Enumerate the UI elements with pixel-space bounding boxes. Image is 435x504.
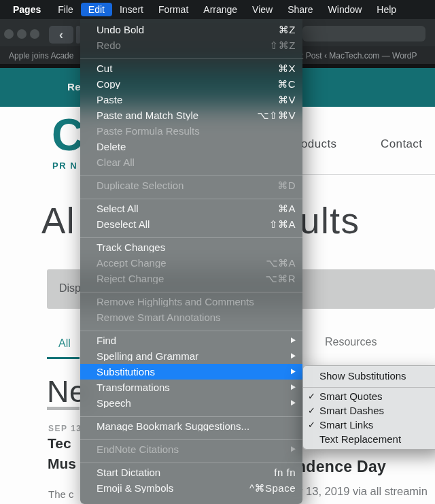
menubar-item-insert[interactable]: Insert — [112, 3, 151, 16]
window-zoom-button[interactable] — [30, 29, 39, 39]
submenu-arrow-icon: ▶ — [291, 368, 296, 375]
nav-link-products[interactable]: oducts — [301, 137, 337, 151]
submenu-item-label: Smart Quotes — [319, 391, 383, 401]
browser-tab-left[interactable]: Apple joins Acade — [9, 51, 84, 61]
menu-item-manage-bookmark-suggestions[interactable]: Manage Bookmark Suggestions... ▶ — [80, 418, 302, 434]
menubar-item-arrange[interactable]: Arrange — [196, 3, 245, 16]
submenu-item-smart-dashes[interactable]: ✓ Smart Dashes — [303, 403, 435, 418]
menu-item-deselect-all[interactable]: Deselect All ⇧⌘A ▶ — [80, 216, 302, 232]
menu-item-paste[interactable]: Paste ⌘V ▶ — [80, 92, 302, 107]
menu-item-label: Transformations — [97, 382, 276, 392]
page-title-left-fragment: Al — [41, 203, 75, 239]
submenu-item-label: Smart Dashes — [319, 405, 384, 416]
menu-item-label: Spelling and Grammar — [97, 351, 276, 361]
article-date: SEP 13 — [48, 424, 82, 433]
window-minimize-button[interactable] — [17, 29, 27, 39]
menu-item-label: Deselect All — [97, 219, 261, 229]
menu-item-paste-formula-results: Paste Formula Results ▶ — [80, 123, 302, 139]
article-title-line1[interactable]: Tec — [48, 435, 71, 452]
nav-link-contact[interactable]: Contact — [381, 137, 422, 151]
menu-item-shortcut: ⌘Z — [279, 24, 296, 35]
menubar-item-file[interactable]: File — [50, 3, 81, 16]
menu-item-accept-change: Accept Change ⌥⌘A ▶ — [80, 255, 302, 271]
substitutions-submenu: ✓ Show Substitutions ✓ ✓ Smart Quotes ✓ … — [302, 365, 435, 450]
menu-item-label: Accept Change — [97, 258, 258, 268]
menu-separator: ▶ — [80, 434, 302, 441]
menu-separator: ▶ — [80, 193, 302, 201]
menu-item-label: Substitutions — [97, 367, 276, 377]
tab-resources[interactable]: Resources — [325, 336, 377, 348]
submenu-item-show-substitutions[interactable]: ✓ Show Substitutions — [303, 369, 435, 383]
menu-item-spelling-and-grammar[interactable]: Spelling and Grammar ▶ — [80, 348, 302, 364]
site-header-link[interactable]: Re — [67, 81, 81, 93]
menu-item-label: Paste Formula Results — [97, 126, 288, 136]
menu-item-select-all[interactable]: Select All ⌘A ▶ — [80, 201, 302, 216]
menu-item-track-changes[interactable]: Track Changes ▶ — [80, 239, 302, 255]
news-heading-underline — [47, 407, 80, 410]
menu-item-shortcut: ⌥⌘A — [266, 258, 296, 268]
window-close-button[interactable] — [4, 29, 14, 39]
menu-item-reject-change: Reject Change ⌥⌘R ▶ — [80, 271, 302, 286]
menu-item-label: Remove Highlights and Comments — [97, 297, 288, 307]
submenu-arrow-icon: ▶ — [291, 352, 296, 359]
menubar-item-help[interactable]: Help — [369, 3, 404, 16]
submenu-item-label: Show Substitutions — [319, 371, 406, 381]
menu-item-shortcut: ⌘D — [277, 180, 296, 190]
article-title-line2[interactable]: Mus — [48, 456, 76, 472]
submenu-item-label: Smart Links — [319, 420, 373, 430]
menu-item-label: Find — [97, 335, 276, 346]
menu-item-cut[interactable]: Cut ⌘X ▶ — [80, 61, 302, 76]
menu-item-start-dictation[interactable]: Start Dictation fn fn ▶ — [80, 465, 302, 480]
menu-item-label: Delete — [97, 141, 288, 152]
menu-item-label: Redo — [97, 40, 262, 50]
menu-item-shortcut: ⇧⌘A — [269, 219, 296, 229]
tab-all[interactable]: All — [58, 337, 71, 350]
menu-item-emoji-symbols[interactable]: Emoji & Symbols ^⌘Space ▶ — [80, 480, 302, 496]
menu-item-label: Copy — [97, 79, 269, 89]
menu-item-label: Duplicate Selection — [97, 180, 269, 190]
site-logo-subtext: PR N — [52, 161, 77, 171]
menubar-item-share[interactable]: Share — [280, 3, 320, 16]
nav-divider — [301, 174, 435, 175]
menu-item-transformations[interactable]: Transformations ▶ — [80, 380, 302, 395]
menu-separator: ✓ — [303, 383, 435, 389]
menu-separator: ▶ — [80, 325, 302, 333]
menu-item-label: Select All — [97, 203, 270, 214]
browser-tab-right[interactable]: t Post ‹ MacTech.com — WordP — [301, 51, 435, 61]
menu-item-find[interactable]: Find ▶ — [80, 333, 302, 348]
menu-item-substitutions[interactable]: Substitutions ▶ — [80, 364, 302, 380]
article-title-right-fragment[interactable]: ndence Day — [296, 458, 386, 476]
menu-item-speech[interactable]: Speech ▶ — [80, 395, 302, 411]
filter-label: Disp — [59, 282, 81, 295]
submenu-item-text-replacement[interactable]: ✓ Text Replacement — [303, 432, 435, 446]
menu-item-label: Paste and Match Style — [97, 110, 249, 120]
submenu-item-label: Text Replacement — [319, 434, 401, 444]
menu-item-delete[interactable]: Delete ▶ — [80, 139, 302, 154]
menubar-item-view[interactable]: View — [245, 3, 280, 16]
menu-bar: PagesFileEditInsertFormatArrangeViewShar… — [0, 0, 435, 19]
menu-item-paste-and-match-style[interactable]: Paste and Match Style ⌥⇧⌘V ▶ — [80, 107, 302, 123]
menu-separator: ▶ — [80, 232, 302, 239]
menu-item-shortcut: ⌘X — [278, 63, 296, 73]
back-button[interactable]: ‹ — [49, 26, 73, 44]
menu-item-duplicate-selection: Duplicate Selection ⌘D ▶ — [80, 178, 302, 193]
menu-item-undo-bold[interactable]: Undo Bold ⌘Z ▶ — [80, 22, 302, 37]
submenu-item-smart-links[interactable]: ✓ Smart Links — [303, 418, 435, 432]
menu-item-label: Cut — [97, 63, 270, 73]
check-icon: ✓ — [308, 420, 319, 429]
submenu-arrow-icon: ▶ — [291, 384, 296, 390]
menubar-item-edit[interactable]: Edit — [81, 3, 112, 16]
address-bar[interactable] — [302, 26, 425, 41]
menu-item-shortcut: ⌥⌘R — [265, 273, 296, 284]
check-icon: ✓ — [308, 392, 319, 401]
menu-item-copy[interactable]: Copy ⌘C ▶ — [80, 76, 302, 92]
menu-item-redo: Redo ⇧⌘Z ▶ — [80, 37, 302, 53]
menubar-item-pages[interactable]: Pages — [5, 3, 50, 16]
menubar-item-format[interactable]: Format — [151, 3, 196, 16]
menu-item-label: Manage Bookmark Suggestions... — [97, 421, 288, 431]
menu-item-shortcut: ^⌘Space — [249, 483, 296, 493]
submenu-arrow-icon: ▶ — [291, 399, 296, 406]
menubar-item-window[interactable]: Window — [321, 3, 370, 16]
submenu-item-smart-quotes[interactable]: ✓ Smart Quotes — [303, 389, 435, 403]
menu-item-label: Remove Smart Annotations — [97, 312, 288, 322]
